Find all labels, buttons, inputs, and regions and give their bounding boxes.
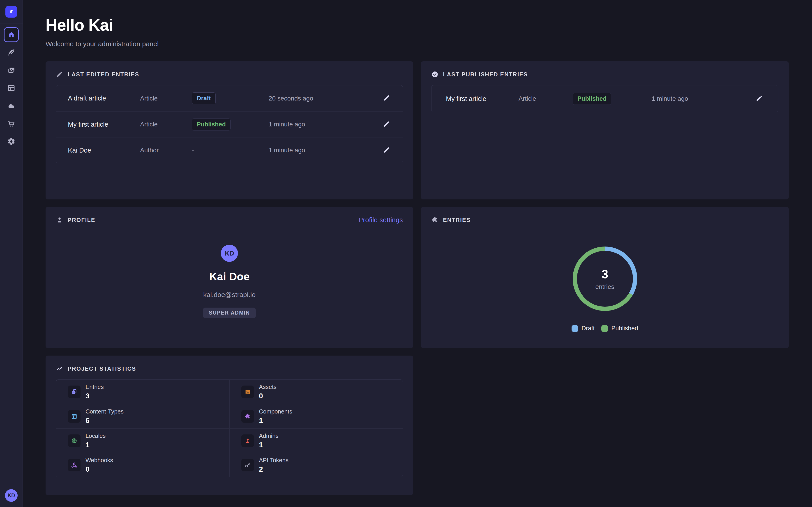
check-circle-icon — [431, 71, 439, 78]
entries-donut: 3 entries — [573, 246, 637, 311]
entry-time: 1 minute ago — [269, 121, 363, 128]
last-published-table: My first article Article Published 1 min… — [431, 85, 778, 112]
entry-name: Kai Doe — [68, 147, 140, 154]
layout-icon — [68, 410, 81, 423]
stat-value: 0 — [86, 465, 113, 473]
entry-time: 1 minute ago — [269, 147, 363, 154]
stat-value: 3 — [86, 392, 104, 400]
pencil-icon — [383, 146, 390, 154]
home-icon — [4, 27, 19, 42]
legend-item-draft: Draft — [571, 325, 595, 332]
legend-label: Draft — [581, 325, 595, 332]
pictures-icon — [7, 66, 15, 74]
webhook-icon — [68, 459, 81, 471]
card-title: ENTRIES — [443, 217, 470, 223]
last-published-header: LAST PUBLISHED ENTRIES — [431, 70, 778, 78]
main-content: Hello Kai Welcome to your administration… — [23, 0, 812, 507]
entry-type: Article — [140, 95, 192, 102]
stats-grid: Entries 3 Assets — [56, 380, 403, 477]
edit-entry-button[interactable] — [382, 120, 391, 129]
edit-entry-button[interactable] — [382, 94, 391, 103]
card-title: LAST EDITED ENTRIES — [68, 71, 139, 78]
profile-name: Kai Doe — [209, 270, 250, 283]
table-row: My first article Article Published 1 min… — [56, 111, 403, 137]
trend-up-icon — [56, 365, 63, 372]
sidebar-item-content-type-builder[interactable] — [0, 79, 23, 97]
profile-body: KD Kai Doe kai.doe@strapi.io SUPER ADMIN — [56, 245, 403, 318]
sidebar: KD — [0, 0, 23, 507]
profile-email: kai.doe@strapi.io — [203, 291, 256, 298]
entry-name: My first article — [446, 95, 518, 103]
profile-settings-link[interactable]: Profile settings — [358, 216, 403, 224]
last-edited-table: A draft article Article Draft 20 seconds… — [56, 85, 403, 163]
person-icon — [241, 435, 254, 447]
stat-locales: Locales 1 — [56, 428, 230, 453]
profile-avatar: KD — [221, 245, 238, 262]
entry-name: My first article — [68, 121, 140, 128]
image-icon — [241, 386, 254, 398]
key-icon — [241, 459, 254, 471]
legend-swatch-published — [601, 325, 608, 332]
pencil-icon — [755, 95, 763, 102]
sidebar-item-cloud[interactable] — [0, 97, 23, 115]
legend-label: Published — [611, 325, 638, 332]
entries-chart-body: 3 entries Draft Published — [431, 224, 778, 332]
legend-swatch-draft — [571, 325, 578, 332]
entry-type: Article — [140, 121, 192, 128]
sidebar-item-settings[interactable] — [0, 132, 23, 150]
sidebar-item-home[interactable] — [0, 26, 23, 44]
donut-label: entries — [595, 283, 614, 290]
feather-icon — [7, 48, 15, 57]
stat-label: Admins — [259, 433, 278, 439]
edit-entry-button[interactable] — [755, 94, 764, 103]
stat-entries: Entries 3 — [56, 380, 230, 404]
donut-center: 3 entries — [573, 246, 637, 311]
stat-components: Components 1 — [230, 404, 403, 428]
table-row: My first article Article Published 1 min… — [432, 86, 778, 112]
pencil-icon — [383, 120, 390, 128]
card-title: LAST PUBLISHED ENTRIES — [443, 71, 528, 78]
stat-label: Content-Types — [86, 408, 123, 415]
edit-entry-button[interactable] — [382, 146, 391, 155]
entry-status-empty: - — [192, 147, 269, 154]
table-row: Kai Doe Author - 1 minute ago — [56, 137, 403, 163]
project-statistics-card: PROJECT STATISTICS Entries — [46, 355, 413, 495]
pencil-icon — [56, 71, 63, 78]
stat-api-tokens: API Tokens 2 — [230, 453, 403, 477]
entry-time: 1 minute ago — [652, 95, 746, 102]
sidebar-item-content-manager[interactable] — [0, 44, 23, 61]
page-title: Hello Kai — [46, 16, 789, 34]
pencil-icon — [383, 94, 390, 102]
user-avatar[interactable]: KD — [5, 489, 17, 502]
chart-legend: Draft Published — [571, 325, 638, 332]
documents-icon — [68, 386, 81, 398]
strapi-logo[interactable] — [5, 6, 17, 17]
last-published-entries-card: LAST PUBLISHED ENTRIES My first article … — [421, 61, 789, 200]
role-badge: SUPER ADMIN — [203, 307, 256, 318]
stat-label: Entries — [86, 384, 104, 391]
stat-admins: Admins 1 — [230, 428, 403, 453]
sidebar-item-marketplace[interactable] — [0, 115, 23, 132]
layout-icon — [7, 84, 15, 92]
cart-icon — [7, 120, 15, 128]
sidebar-item-media-library[interactable] — [0, 61, 23, 79]
entry-type: Author — [140, 147, 192, 154]
last-edited-entries-card: LAST EDITED ENTRIES A draft article Arti… — [46, 61, 413, 200]
profile-header: PROFILE Profile settings — [56, 216, 403, 224]
project-statistics-header: PROJECT STATISTICS — [56, 364, 403, 373]
stat-value: 0 — [259, 392, 276, 400]
status-badge-published: Published — [192, 118, 231, 130]
donut-value: 3 — [601, 267, 608, 281]
card-title: PROFILE — [68, 217, 95, 223]
gear-icon — [7, 137, 15, 146]
entries-header: ENTRIES — [431, 216, 778, 224]
entry-type: Article — [518, 95, 573, 102]
stat-label: Webhooks — [86, 457, 113, 464]
cloud-icon — [7, 102, 15, 110]
stat-label: Locales — [86, 433, 106, 439]
stat-content-types: Content-Types 6 — [56, 404, 230, 428]
last-edited-header: LAST EDITED ENTRIES — [56, 70, 403, 78]
app-root: KD Hello Kai Welcome to your administrat… — [0, 0, 812, 507]
sidebar-nav — [0, 23, 23, 150]
entries-chart-card: ENTRIES 3 entries Draft — [421, 207, 789, 348]
